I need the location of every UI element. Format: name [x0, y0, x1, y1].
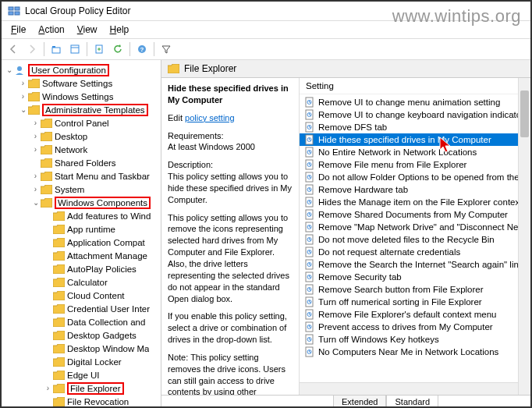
menu-help[interactable]: Help	[104, 23, 136, 37]
setting-row[interactable]: Turn off Windows Key hotkeys	[300, 333, 530, 346]
tree-item-label: App runtime	[67, 225, 115, 234]
expand-icon[interactable]: ›	[31, 132, 40, 140]
setting-row[interactable]: Remove UI to change menu animation setti…	[300, 96, 530, 108]
setting-row[interactable]: Remove the Search the Internet "Search a…	[300, 258, 530, 271]
collapse-icon[interactable]: ⌄	[31, 198, 40, 207]
svg-rect-1	[15, 7, 20, 10]
setting-row[interactable]: Remove File menu from File Explorer	[300, 158, 530, 171]
svg-text:?: ?	[140, 46, 144, 53]
setting-row[interactable]: Hide these specified drives in My Comput…	[300, 133, 530, 146]
setting-row[interactable]: Remove DFS tab	[300, 121, 530, 133]
edit-policy-link[interactable]: policy setting	[185, 113, 235, 122]
tree-item-label: Application Compat	[67, 238, 145, 247]
tree-item[interactable]: ›Desktop	[2, 129, 161, 143]
folder-icon	[41, 185, 52, 194]
setting-label: No Computers Near Me in Network Location…	[318, 347, 498, 357]
toolbar-back[interactable]	[5, 41, 22, 58]
collapse-icon[interactable]: ⌄	[19, 105, 27, 114]
tree-item[interactable]: Desktop Gadgets	[2, 328, 161, 342]
toolbar-up[interactable]	[48, 41, 65, 58]
setting-row[interactable]: Hides the Manage item on the File Explor…	[300, 196, 530, 208]
tree-item-label: Network	[55, 145, 87, 154]
tree-item[interactable]: ›Network	[2, 143, 161, 156]
expand-icon[interactable]: ›	[19, 92, 27, 101]
req-value: At least Windows 2000	[168, 142, 255, 151]
menu-view[interactable]: View	[71, 23, 104, 37]
scrollbar-vertical[interactable]	[518, 78, 530, 395]
setting-row[interactable]: Remove Shared Documents from My Computer	[300, 208, 530, 221]
tree-item[interactable]: Application Compat	[2, 236, 161, 249]
tree-item[interactable]: App runtime	[2, 222, 161, 236]
tree-item[interactable]: ›System	[2, 183, 161, 196]
svg-rect-0	[9, 7, 13, 10]
setting-row[interactable]: Remove Search button from File Explorer	[300, 283, 530, 296]
folder-icon	[53, 211, 65, 221]
setting-label: Remove "Map Network Drive" and "Disconne…	[318, 222, 518, 232]
detail-panel: Hide these specified drives in My Comput…	[161, 78, 299, 395]
setting-row[interactable]: Remove UI to change keyboard navigation …	[300, 108, 530, 121]
expand-icon[interactable]: ›	[44, 384, 52, 392]
setting-row[interactable]: Turn off numerical sorting in File Explo…	[300, 296, 530, 308]
tab-standard[interactable]: Standard	[386, 396, 438, 408]
tab-extended[interactable]: Extended	[333, 396, 386, 408]
toolbar-help[interactable]: ?	[133, 41, 151, 58]
tree-item[interactable]: Add features to Wind	[2, 209, 161, 222]
tree-item[interactable]: ›File Explorer	[2, 381, 161, 395]
setting-row[interactable]: No Entire Network in Network Locations	[300, 146, 530, 158]
policy-icon	[304, 122, 315, 133]
setting-row[interactable]: Prevent access to drives from My Compute…	[300, 321, 530, 333]
setting-row[interactable]: Do not request alternate credentials	[300, 246, 530, 258]
toolbar-export[interactable]	[90, 41, 108, 58]
tree-item[interactable]: ⌄Administrative Templates	[2, 103, 161, 116]
tree-item[interactable]: Edge UI	[2, 368, 161, 381]
folder-icon	[53, 238, 65, 247]
tree-item[interactable]: Calculator	[2, 275, 161, 289]
expand-icon[interactable]: ⌄	[5, 66, 13, 74]
setting-row[interactable]: Do not move deleted files to the Recycle…	[300, 233, 530, 246]
toolbar-show[interactable]	[66, 41, 83, 58]
svg-rect-3	[15, 12, 20, 15]
settings-column-header[interactable]: Setting	[300, 78, 530, 94]
setting-row[interactable]: Do not allow Folder Options to be opened…	[300, 171, 530, 183]
setting-row[interactable]: Remove Hardware tab	[300, 183, 530, 196]
tree-item[interactable]: ⌄Windows Components	[2, 196, 161, 209]
setting-row[interactable]: Remove "Map Network Drive" and "Disconne…	[300, 221, 530, 233]
scrollbar-horizontal[interactable]	[300, 382, 518, 395]
tree-item[interactable]: ›Windows Settings	[2, 90, 161, 103]
folder-icon	[28, 79, 40, 88]
folder-icon	[168, 64, 179, 73]
toolbar-filter[interactable]	[158, 41, 175, 58]
setting-row[interactable]: Remove File Explorer's default context m…	[300, 308, 530, 321]
tree-item[interactable]: Cloud Content	[2, 289, 161, 302]
setting-label: Turn off numerical sorting in File Explo…	[318, 297, 482, 307]
toolbar-refresh[interactable]	[109, 41, 126, 58]
tree-item[interactable]: ›Software Settings	[2, 76, 161, 90]
expand-icon[interactable]: ›	[31, 185, 40, 193]
folder-icon	[41, 145, 52, 154]
tree-item[interactable]: Data Collection and	[2, 315, 161, 328]
menu-file[interactable]: File	[5, 23, 32, 37]
tree-item[interactable]: Desktop Window Ma	[2, 342, 161, 355]
tree-item-label: Data Collection and	[67, 318, 145, 327]
tree-item[interactable]: Credential User Inter	[2, 302, 161, 315]
folder-icon	[41, 158, 52, 168]
menu-action[interactable]: Action	[32, 23, 70, 37]
expand-icon[interactable]: ›	[19, 79, 27, 87]
tree-item-label: Start Menu and Taskbar	[55, 172, 150, 181]
setting-label: Do not allow Folder Options to be opened…	[318, 172, 520, 182]
toolbar-forward[interactable]	[23, 41, 41, 58]
tree-item[interactable]: ›Control Panel	[2, 116, 161, 129]
setting-label: Turn off Windows Key hotkeys	[318, 335, 439, 344]
expand-icon[interactable]: ›	[31, 119, 40, 127]
tree-item[interactable]: Shared Folders	[2, 156, 161, 169]
tree-root[interactable]: ⌄ User Configuration	[2, 63, 161, 76]
tree-item[interactable]: File Revocation	[2, 395, 161, 408]
expand-icon[interactable]: ›	[31, 172, 40, 180]
tree-item[interactable]: Attachment Manage	[2, 249, 161, 262]
expand-icon[interactable]: ›	[31, 145, 40, 154]
tree-item[interactable]: ›Start Menu and Taskbar	[2, 169, 161, 183]
setting-row[interactable]: No Computers Near Me in Network Location…	[300, 346, 530, 358]
tree-item[interactable]: AutoPlay Policies	[2, 262, 161, 275]
setting-row[interactable]: Remove Security tab	[300, 271, 530, 283]
tree-item[interactable]: Digital Locker	[2, 355, 161, 368]
